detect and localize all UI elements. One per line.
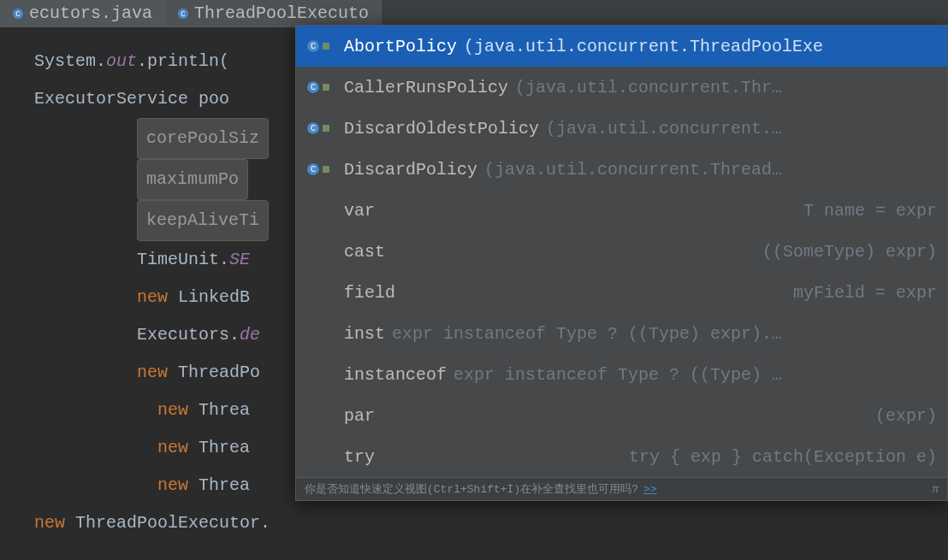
completion-item[interactable]: fieldmyField = expr	[296, 272, 947, 313]
completion-name: inst	[344, 324, 385, 344]
svg-text:C: C	[311, 164, 316, 174]
tab-file-2[interactable]: C ThreadPoolExecuto	[165, 0, 382, 27]
svg-rect-15	[323, 166, 329, 173]
completion-name: var	[344, 201, 375, 221]
completion-hint: T name = expr	[803, 201, 937, 221]
completion-item[interactable]: CCallerRunsPolicy (java.util.concurrent.…	[296, 67, 947, 108]
svg-text:C: C	[311, 123, 316, 133]
completion-item[interactable]: instanceof expr instanceof Type ? ((Type…	[296, 354, 947, 395]
completion-tail: (java.util.concurrent.ThreadPoolExe	[464, 37, 937, 56]
java-class-icon: C	[177, 8, 189, 20]
completion-name: par	[344, 406, 375, 426]
svg-text:C: C	[311, 82, 316, 92]
completion-tail: expr instanceof Type ? ((Type) expr).…	[392, 324, 937, 344]
completion-tail: (java.util.concurrent.Thr…	[515, 78, 937, 97]
svg-text:C: C	[311, 41, 316, 51]
completion-tail: expr instanceof Type ? ((Type) …	[453, 365, 937, 385]
completion-item[interactable]: CAbortPolicy (java.util.concurrent.Threa…	[296, 26, 947, 67]
completion-name: cast	[344, 242, 385, 262]
completion-name: try	[344, 447, 375, 467]
completion-item[interactable]: cast((SomeType) expr)	[296, 231, 947, 272]
completion-hint: try { exp } catch(Exception e)	[629, 447, 937, 467]
completion-hint: myField = expr	[793, 283, 937, 303]
class-icon: C	[306, 121, 337, 135]
completion-item[interactable]: trytry { exp } catch(Exception e)	[296, 436, 947, 477]
java-class-icon: C	[12, 8, 24, 20]
tab-label: ThreadPoolExecuto	[194, 3, 369, 23]
param-hint: keepAliveTi	[137, 200, 269, 241]
completion-tail: (java.util.concurrent.Thread…	[484, 160, 937, 180]
class-icon: C	[306, 39, 337, 53]
completion-name: CallerRunsPolicy	[344, 78, 508, 97]
completion-item[interactable]: varT name = expr	[296, 190, 947, 231]
completion-item[interactable]: CDiscardPolicy (java.util.concurrent.Thr…	[296, 149, 947, 190]
completion-name: instanceof	[344, 365, 447, 385]
class-icon: C	[306, 80, 337, 94]
completion-tail: (java.util.concurrent.…	[546, 119, 937, 139]
completion-item[interactable]: CDiscardOldestPolicy (java.util.concurre…	[296, 108, 947, 149]
completion-name: DiscardOldestPolicy	[344, 119, 539, 139]
autocomplete-popup: CAbortPolicy (java.util.concurrent.Threa…	[295, 25, 948, 501]
svg-rect-6	[323, 43, 329, 50]
code-line: new ThreadPoolExecutor.	[34, 504, 948, 542]
tab-file-1[interactable]: C ecutors.java	[0, 0, 165, 27]
completion-name: AbortPolicy	[344, 37, 457, 56]
completion-name: field	[344, 283, 395, 303]
param-hint: corePoolSiz	[137, 118, 269, 159]
completion-hint: (expr)	[875, 406, 937, 426]
completion-item[interactable]: par(expr)	[296, 395, 947, 436]
pi-icon[interactable]: π	[932, 483, 939, 496]
svg-rect-12	[323, 125, 329, 132]
svg-text:C: C	[181, 10, 186, 19]
footer-tip-text: 你是否知道快速定义视图(Ctrl+Shift+I)在补全查找里也可用吗?	[305, 481, 638, 497]
editor-tabs: C ecutors.java C ThreadPoolExecuto	[0, 0, 948, 27]
footer-link[interactable]: >>	[643, 483, 657, 496]
completion-name: DiscardPolicy	[344, 160, 477, 180]
svg-text:C: C	[15, 10, 21, 19]
svg-rect-9	[323, 84, 329, 91]
completion-hint: ((SomeType) expr)	[762, 242, 937, 262]
class-icon: C	[306, 162, 337, 176]
popup-footer: 你是否知道快速定义视图(Ctrl+Shift+I)在补全查找里也可用吗? >> …	[296, 477, 947, 500]
tab-label: ecutors.java	[29, 3, 152, 23]
param-hint: maximumPo	[137, 159, 248, 200]
completion-item[interactable]: inst expr instanceof Type ? ((Type) expr…	[296, 313, 947, 354]
